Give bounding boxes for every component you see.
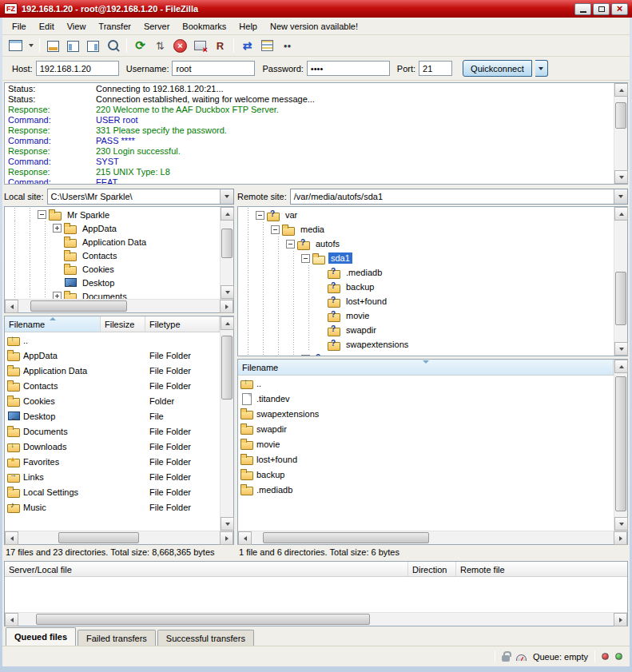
column-header-filetype[interactable]: Filetype xyxy=(145,316,220,332)
combo-dropdown-icon[interactable] xyxy=(614,189,627,204)
tree-expander-icon[interactable] xyxy=(271,225,280,234)
scroll-up-button[interactable] xyxy=(221,316,234,330)
tree-item-label[interactable]: backup xyxy=(344,281,376,292)
file-row[interactable]: .titandev xyxy=(238,391,614,406)
file-row[interactable]: Documents File Folder xyxy=(5,423,220,439)
site-manager-icon[interactable] xyxy=(6,38,25,54)
menu-item[interactable]: View xyxy=(61,19,93,34)
file-row[interactable]: Favorites File Folder xyxy=(5,454,220,469)
tree-item-label[interactable]: Application Data xyxy=(80,237,149,248)
tree-item[interactable]: autofs xyxy=(238,237,614,251)
local-list-horizontal-scrollbar[interactable] xyxy=(5,531,233,544)
scrollbar-thumb[interactable] xyxy=(263,532,429,543)
tree-item[interactable]: backup xyxy=(238,280,614,294)
tree-item[interactable]: .mediadb xyxy=(238,265,614,280)
local-tree-horizontal-scrollbar[interactable] xyxy=(5,299,233,312)
queue-tab[interactable]: Queued files xyxy=(6,627,76,646)
scroll-down-button[interactable] xyxy=(221,517,234,531)
menu-item[interactable]: File xyxy=(6,19,33,34)
scroll-left-button[interactable] xyxy=(5,300,18,313)
file-row[interactable]: swapdir xyxy=(238,421,614,436)
queue-tab[interactable]: Failed transfers xyxy=(78,630,156,646)
menu-item[interactable]: Help xyxy=(233,19,264,34)
sync-browsing-icon[interactable] xyxy=(238,38,256,54)
queue-horizontal-scrollbar[interactable] xyxy=(5,612,627,626)
file-row[interactable]: backup xyxy=(238,467,614,482)
cancel-icon[interactable] xyxy=(171,38,189,54)
scroll-left-button[interactable] xyxy=(5,531,18,545)
tree-item[interactable]: Mr Sparkle xyxy=(5,208,220,221)
scroll-right-button[interactable] xyxy=(614,531,627,545)
tree-item[interactable]: Desktop xyxy=(5,276,220,289)
site-manager-dropdown-icon[interactable] xyxy=(26,38,35,54)
tree-item[interactable]: var xyxy=(238,208,614,222)
file-row[interactable]: movie xyxy=(238,436,614,451)
scrollbar-thumb[interactable] xyxy=(30,300,127,312)
tree-item[interactable]: sda1 xyxy=(238,251,614,265)
scrollbar-thumb[interactable] xyxy=(615,102,626,129)
scrollbar-track[interactable] xyxy=(221,330,233,517)
file-row[interactable]: .. xyxy=(238,376,614,391)
tree-expander-icon[interactable] xyxy=(256,211,264,220)
tree-item[interactable]: AppData xyxy=(5,221,220,235)
tree-item-label[interactable]: Cookies xyxy=(80,264,117,275)
tree-expander-icon[interactable] xyxy=(53,292,62,299)
tree-item[interactable]: Documents xyxy=(5,289,220,299)
scrollbar-track[interactable] xyxy=(18,531,220,544)
remote-tree-vertical-scrollbar[interactable] xyxy=(614,207,627,356)
file-row[interactable]: Desktop File xyxy=(5,408,220,423)
speed-limit-icon[interactable] xyxy=(516,654,527,661)
quickconnect-button[interactable]: Quickconnect xyxy=(463,60,532,77)
scrollbar-thumb[interactable] xyxy=(221,336,233,400)
scroll-right-button[interactable] xyxy=(220,300,233,313)
tree-item-label[interactable]: Mr Sparkle xyxy=(65,209,112,221)
column-header-filename[interactable]: Filename xyxy=(5,316,101,332)
scroll-down-button[interactable] xyxy=(221,285,234,299)
host-input[interactable] xyxy=(36,61,119,76)
tree-item-label[interactable]: Documents xyxy=(80,291,129,300)
column-header-direction[interactable]: Direction xyxy=(408,562,456,576)
directory-comparison-icon[interactable] xyxy=(258,38,276,54)
file-row[interactable]: Application Data File Folder xyxy=(5,363,220,378)
file-row[interactable]: .. xyxy=(5,332,220,348)
tree-item[interactable]: swapextensions xyxy=(238,337,614,352)
menu-item[interactable]: New version available! xyxy=(264,19,364,34)
remote-list-vertical-scrollbar[interactable] xyxy=(614,360,627,531)
tree-item-label[interactable]: var xyxy=(283,209,300,221)
tree-item-label[interactable]: Desktop xyxy=(80,277,117,288)
scrollbar-track[interactable] xyxy=(221,221,233,285)
scrollbar-track[interactable] xyxy=(614,97,627,170)
file-row[interactable]: Music File Folder xyxy=(5,499,220,515)
tree-item-label[interactable]: lost+found xyxy=(344,296,389,307)
local-tree-toggle-icon[interactable] xyxy=(64,38,82,54)
tree-item-label[interactable]: autofs xyxy=(313,238,342,249)
scroll-up-button[interactable] xyxy=(614,207,628,221)
tree-item-label[interactable]: swapdir xyxy=(344,324,379,336)
scrollbar-track[interactable] xyxy=(18,300,220,312)
titlebar[interactable]: FZ 192.168.1.20 - root@192.168.1.20 - Fi… xyxy=(0,0,632,18)
local-site-combo[interactable]: C:\Users\Mr Sparkle\ xyxy=(47,189,234,205)
file-row[interactable]: .mediadb xyxy=(238,482,614,497)
quickconnect-dropdown-icon[interactable] xyxy=(535,60,548,77)
column-header-server-local-file[interactable]: Server/Local file xyxy=(5,562,408,576)
scroll-left-button[interactable] xyxy=(5,613,18,626)
local-list-vertical-scrollbar[interactable] xyxy=(220,316,233,531)
process-queue-icon[interactable] xyxy=(151,38,169,54)
scroll-left-button[interactable] xyxy=(238,531,252,545)
combo-dropdown-icon[interactable] xyxy=(220,189,233,204)
password-input[interactable] xyxy=(307,61,390,76)
scrollbar-thumb[interactable] xyxy=(615,376,626,511)
scroll-up-button[interactable] xyxy=(614,83,628,97)
tree-item[interactable]: lost+found xyxy=(238,294,614,308)
tree-item[interactable]: Cookies xyxy=(5,262,220,276)
scroll-up-button[interactable] xyxy=(614,360,628,373)
scrollbar-track[interactable] xyxy=(614,373,627,517)
menu-item[interactable]: Edit xyxy=(33,19,61,34)
queue-body[interactable] xyxy=(5,577,627,612)
tree-item-label[interactable]: AppData xyxy=(80,223,119,234)
tree-expander-icon[interactable] xyxy=(301,355,310,356)
column-header-filename[interactable]: Filename xyxy=(238,360,614,375)
file-row[interactable]: AppData File Folder xyxy=(5,348,220,363)
scroll-down-button[interactable] xyxy=(614,342,628,356)
file-row[interactable]: Local Settings File Folder xyxy=(5,484,220,499)
